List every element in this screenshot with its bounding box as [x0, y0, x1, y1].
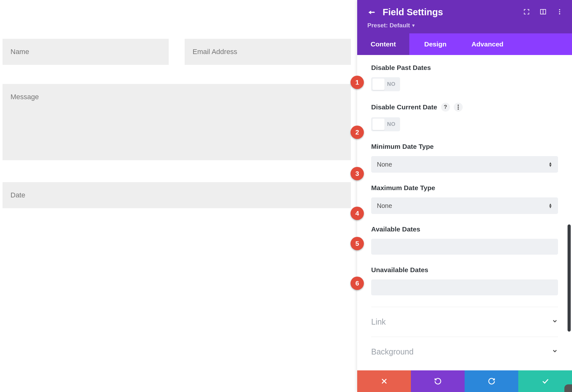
setting-unavailable-dates: Unavailable Dates	[371, 266, 558, 295]
cancel-button[interactable]	[357, 370, 411, 392]
toggle-handle	[372, 79, 385, 90]
select-min-date-type[interactable]: None ▲▼	[371, 156, 558, 173]
chevron-down-icon	[552, 348, 558, 356]
name-field[interactable]	[3, 39, 169, 65]
scrollbar[interactable]	[568, 224, 571, 332]
svg-point-3	[559, 11, 560, 12]
callout-4: 4	[351, 207, 364, 220]
label-max-date-type: Maximum Date Type	[371, 184, 558, 192]
scroll-hint-icon	[564, 384, 572, 392]
label-unavailable-dates: Unavailable Dates	[371, 266, 558, 274]
date-field[interactable]	[3, 182, 351, 208]
help-icon[interactable]: ?	[441, 103, 450, 112]
select-value: None	[377, 202, 392, 210]
accordion-label: Link	[371, 317, 386, 327]
panel-body[interactable]: Disable Past Dates NO Disable Current Da…	[357, 55, 572, 370]
setting-max-date-type: Maximum Date Type None ▲▼	[371, 184, 558, 214]
label-disable-past: Disable Past Dates	[371, 64, 558, 72]
svg-point-5	[458, 105, 459, 106]
message-field[interactable]	[3, 84, 351, 160]
select-value: None	[377, 161, 392, 168]
preset-label: Preset: Default	[367, 22, 410, 29]
label-min-date-type: Minimum Date Type	[371, 143, 558, 150]
field-settings-panel: Field Settings Preset: Default ▼ Content…	[357, 0, 572, 392]
label-disable-current: Disable Current Date	[371, 103, 437, 111]
callout-6: 6	[351, 277, 364, 290]
save-button[interactable]	[518, 370, 572, 392]
input-unavailable-dates[interactable]	[371, 279, 558, 295]
callout-3: 3	[351, 167, 364, 180]
kebab-icon[interactable]	[556, 8, 563, 15]
svg-point-2	[559, 9, 560, 10]
panel-title: Field Settings	[383, 7, 443, 17]
accordion-link[interactable]: Link	[371, 307, 558, 337]
row-name-email	[3, 39, 351, 65]
callout-2: 2	[351, 126, 364, 139]
svg-point-4	[559, 13, 560, 15]
form-preview	[0, 0, 357, 392]
columns-icon[interactable]	[540, 8, 547, 15]
panel-footer	[357, 370, 572, 392]
email-field[interactable]	[185, 39, 351, 65]
sort-icon: ▲▼	[548, 203, 552, 208]
tab-advanced[interactable]: Advanced	[461, 33, 514, 55]
setting-disable-past: Disable Past Dates NO	[371, 64, 558, 91]
panel-tabs: Content Design Advanced	[357, 33, 572, 55]
setting-disable-current: Disable Current Date ? NO	[371, 103, 558, 131]
sort-icon: ▲▼	[548, 162, 552, 167]
panel-header: Field Settings Preset: Default ▼	[357, 0, 572, 33]
input-available-dates[interactable]	[371, 239, 558, 255]
chevron-down-icon	[552, 318, 558, 326]
callout-1: 1	[351, 76, 364, 89]
tab-content[interactable]: Content	[357, 33, 409, 55]
toggle-value: NO	[387, 81, 396, 87]
accordion-background[interactable]: Background	[371, 337, 558, 367]
setting-min-date-type: Minimum Date Type None ▲▼	[371, 143, 558, 173]
toggle-disable-current[interactable]: NO	[371, 117, 400, 131]
back-icon[interactable]	[367, 8, 376, 17]
toggle-value: NO	[387, 121, 396, 127]
svg-point-6	[458, 107, 459, 108]
svg-point-7	[458, 108, 459, 110]
tab-design[interactable]: Design	[409, 33, 461, 55]
expand-icon[interactable]	[523, 8, 530, 15]
toggle-disable-past[interactable]: NO	[371, 77, 400, 91]
toggle-handle	[372, 119, 385, 130]
more-icon[interactable]	[454, 103, 463, 112]
callout-5: 5	[351, 237, 364, 250]
redo-button[interactable]	[465, 370, 518, 392]
accordion-label: Background	[371, 347, 413, 356]
setting-available-dates: Available Dates	[371, 225, 558, 255]
select-max-date-type[interactable]: None ▲▼	[371, 197, 558, 214]
label-available-dates: Available Dates	[371, 225, 558, 233]
caret-down-icon: ▼	[411, 23, 416, 28]
form-area	[3, 39, 351, 208]
undo-button[interactable]	[411, 370, 465, 392]
preset-selector[interactable]: Preset: Default ▼	[367, 22, 562, 29]
